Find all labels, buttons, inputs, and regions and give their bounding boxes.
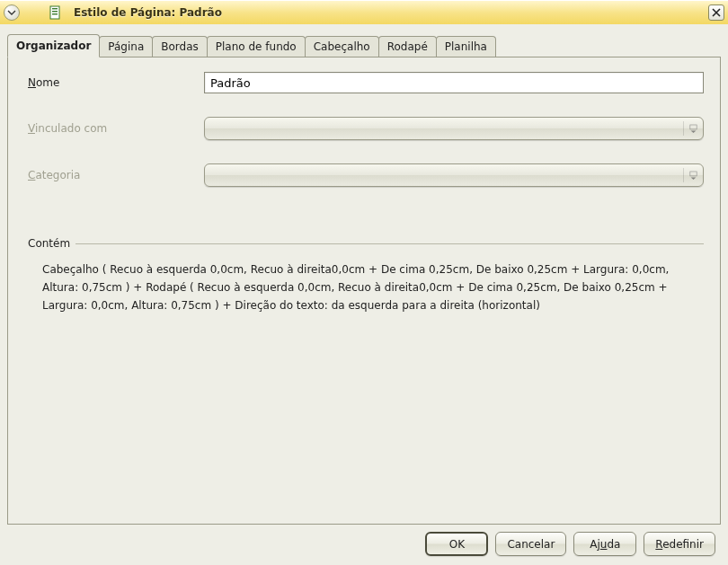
dialog-window: Estilo de Página: Padrão Organizador Pág… [0, 0, 728, 565]
svg-rect-2 [52, 11, 58, 12]
cancel-button[interactable]: Cancelar [495, 532, 566, 556]
tab-borders[interactable]: Bordas [152, 36, 208, 57]
tab-background[interactable]: Plano de fundo [207, 36, 306, 57]
label-linked: Vinculado com [24, 122, 204, 135]
tab-footer[interactable]: Rodapé [378, 36, 437, 57]
button-bar: OK Cancelar Ajuda Redefinir [7, 525, 721, 558]
button-label: OK [449, 538, 465, 551]
tab-label: Planilha [445, 40, 487, 53]
close-icon [712, 8, 721, 17]
category-combo [204, 163, 704, 187]
contains-title: Contém [24, 237, 75, 250]
tab-label: Página [108, 40, 144, 53]
spacer [24, 314, 704, 513]
tab-row: Organizador Página Bordas Plano de fundo… [7, 35, 721, 57]
row-category: Categoria [24, 163, 704, 187]
tab-label: Organizador [16, 40, 91, 52]
svg-rect-4 [690, 125, 697, 129]
tab-panel-organizer: Nome Vinculado com Categoria [7, 57, 721, 525]
page-style-icon [49, 5, 63, 20]
name-input[interactable] [204, 72, 704, 93]
dialog-content: Organizador Página Bordas Plano de fundo… [0, 24, 728, 565]
row-linked: Vinculado com [24, 117, 704, 140]
tab-label: Rodapé [387, 40, 428, 53]
chevron-down-icon [7, 10, 16, 15]
contains-header: Contém [24, 237, 704, 250]
svg-rect-5 [690, 172, 697, 176]
help-button[interactable]: Ajuda [573, 532, 636, 556]
svg-rect-1 [52, 8, 58, 9]
tab-header[interactable]: Cabeçalho [305, 36, 379, 57]
tab-sheet[interactable]: Planilha [436, 36, 496, 57]
linked-with-combo [204, 117, 704, 140]
close-button[interactable] [708, 4, 724, 21]
contains-text: Cabeçalho ( Recuo à esquerda 0,0cm, Recu… [24, 260, 704, 314]
label-category: Categoria [24, 169, 204, 181]
titlebar: Estilo de Página: Padrão [0, 0, 728, 24]
label-name: Nome [24, 76, 204, 89]
window-title: Estilo de Página: Padrão [74, 6, 222, 19]
tab-page[interactable]: Página [99, 36, 153, 57]
svg-rect-3 [52, 13, 58, 14]
chevron-down-icon [683, 168, 697, 182]
chevron-down-icon [683, 121, 697, 136]
tab-label: Bordas [161, 40, 199, 53]
row-name: Nome [24, 72, 704, 93]
tab-label: Cabeçalho [314, 40, 370, 53]
button-label: Cancelar [507, 538, 555, 551]
titlebar-left: Estilo de Página: Padrão [4, 4, 222, 21]
reset-button[interactable]: Redefinir [644, 532, 715, 556]
ok-button[interactable]: OK [425, 532, 488, 556]
separator-line [75, 243, 704, 244]
tab-organizer[interactable]: Organizador [7, 34, 100, 57]
tab-label: Plano de fundo [216, 40, 297, 53]
window-menu-button[interactable] [4, 4, 20, 21]
